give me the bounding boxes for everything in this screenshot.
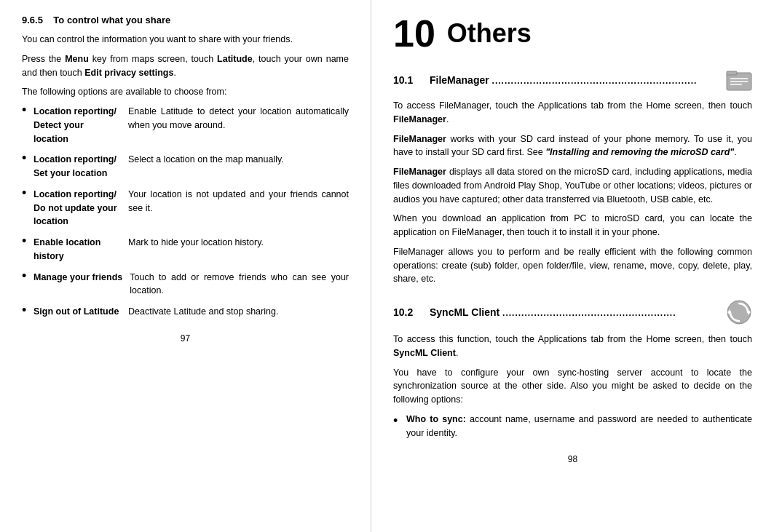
option-desc: Your location is not updated and your fr… xyxy=(128,188,349,215)
bullet-icon: • xyxy=(22,303,31,317)
option-desc: Select a location on the map manually. xyxy=(128,153,349,167)
section-10-2-name-text: SyncML Client xyxy=(430,306,499,318)
option-desc: Mark to hide your location history. xyxy=(128,236,349,250)
section-10-2-dots: ........................................… xyxy=(502,308,676,318)
section-10-2-para1: To access this function, touch the Appli… xyxy=(393,333,752,360)
option-desc: Deactivate Latitude and stop sharing. xyxy=(128,305,349,319)
filemanager-icon xyxy=(726,67,752,93)
list-item: • Location reporting/Set your location S… xyxy=(22,153,349,180)
list-item: • Enable locationhistory Mark to hide yo… xyxy=(22,236,349,263)
list-item: • Manage your friends Touch to add or re… xyxy=(22,271,349,298)
option-term: Location reporting/Set your location xyxy=(33,153,128,180)
bullet-icon: • xyxy=(22,103,31,116)
section-10-2-header: 10.2 SyncML Client .....................… xyxy=(393,299,752,325)
bullet-icon: • xyxy=(22,151,31,164)
section-10-2-num: 10.2 xyxy=(393,306,422,318)
list-item: • Location reporting/Detect yourlocation… xyxy=(22,105,349,146)
section-10-1-header: 10.1 FileManager .......................… xyxy=(393,67,752,93)
section-10-1-num: 10.1 xyxy=(393,74,422,86)
option-term: Location reporting/Detect yourlocation xyxy=(33,105,128,146)
options-list: • Location reporting/Detect yourlocation… xyxy=(22,105,349,319)
left-intro2: Press the Menu key from maps screen, tou… xyxy=(22,52,349,80)
option-desc: Touch to add or remove friends who can s… xyxy=(130,271,349,298)
option-term: Location reporting/Do not update yourloc… xyxy=(33,188,128,229)
left-page: 9.6.5 To control what you share You can … xyxy=(0,0,371,532)
option-term: Sign out of Latitude xyxy=(33,305,128,319)
section-title-left: 9.6.5 To control what you share xyxy=(22,15,349,25)
right-page: 10 Others 10.1 FileManager .............… xyxy=(371,0,774,532)
section-10-1-para1: To access FileManager, touch the Applica… xyxy=(393,99,752,127)
chapter-header: 10 Others xyxy=(393,15,752,52)
left-intro3: The following options are available to c… xyxy=(22,85,349,99)
section-10-1-para5: FileManager allows you to perform and be… xyxy=(393,245,752,286)
section-10-2-name: SyncML Client ..........................… xyxy=(430,306,719,318)
bullet-icon: • xyxy=(393,411,403,431)
option-term: Manage your friends xyxy=(33,271,130,285)
section-10-1-para3: FileManager displays all data stored on … xyxy=(393,165,752,206)
svg-rect-1 xyxy=(727,71,737,75)
section-10-1-name: FileManager ............................… xyxy=(430,74,719,86)
list-item: • Who to sync: account name, username an… xyxy=(393,413,752,440)
chapter-title: Others xyxy=(447,18,532,49)
left-intro1: You can control the information you want… xyxy=(22,33,349,47)
section-10-1-para2: FileManager works with your SD card inst… xyxy=(393,132,752,160)
right-page-number: 98 xyxy=(393,454,752,464)
bullet-icon: • xyxy=(22,269,31,282)
syncml-options-list: • Who to sync: account name, username an… xyxy=(393,413,752,440)
syncml-icon xyxy=(726,299,752,325)
section-10-2-para2: You have to configure your own sync-host… xyxy=(393,366,752,407)
section-10-1-name-text: FileManager xyxy=(430,74,489,86)
option-term: Enable locationhistory xyxy=(33,236,128,263)
list-item: • Location reporting/Do not update yourl… xyxy=(22,188,349,229)
left-page-number: 97 xyxy=(22,333,349,344)
syncml-option-desc: Who to sync: account name, username and … xyxy=(406,413,752,440)
bullet-icon: • xyxy=(22,186,31,199)
chapter-number: 10 xyxy=(393,15,435,52)
section-10-1-dots: ........................................… xyxy=(492,76,698,86)
bullet-icon: • xyxy=(22,234,31,247)
list-item: • Sign out of Latitude Deactivate Latitu… xyxy=(22,305,349,319)
section-10-1-para4: When you download an application from PC… xyxy=(393,212,752,239)
option-desc: Enable Latitude to detect your location … xyxy=(128,105,349,132)
